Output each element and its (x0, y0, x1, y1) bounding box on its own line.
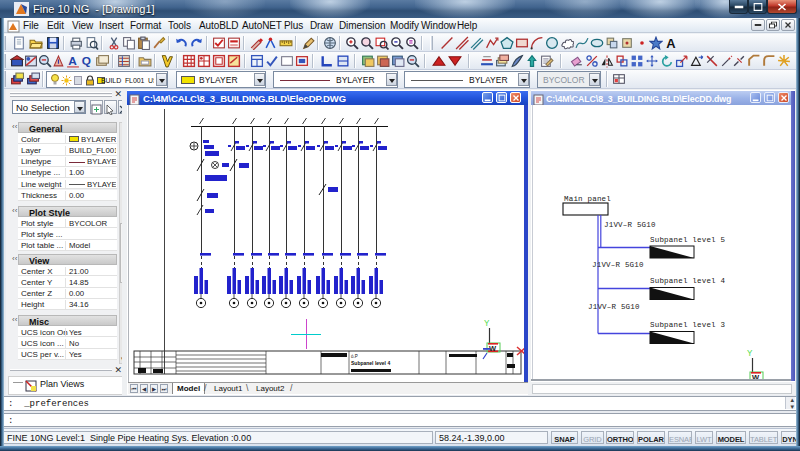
svg-text:Y: Y (484, 319, 490, 329)
svg-text:J1VV–R 5G10: J1VV–R 5G10 (604, 221, 656, 229)
svg-text:Main panel: Main panel (564, 195, 611, 203)
svg-text:A: A (68, 54, 77, 68)
svg-text:Subpanel level 3: Subpanel level 3 (650, 321, 726, 329)
svg-text:W: W (489, 344, 497, 353)
svg-text:J1VV–R 5G10: J1VV–R 5G10 (592, 261, 644, 269)
svg-text:J1VV–R 5G10: J1VV–R 5G10 (588, 303, 640, 311)
svg-text:Subpanel level 4: Subpanel level 4 (650, 277, 726, 285)
svg-text:Q: Q (82, 54, 91, 68)
svg-text:Y: Y (747, 349, 753, 359)
svg-text:ó.P: ó.P (351, 354, 358, 359)
svg-text:Subpanel level 4: Subpanel level 4 (351, 360, 390, 366)
svg-text:Subpanel level 5: Subpanel level 5 (650, 236, 726, 244)
svg-text:A: A (666, 36, 675, 50)
